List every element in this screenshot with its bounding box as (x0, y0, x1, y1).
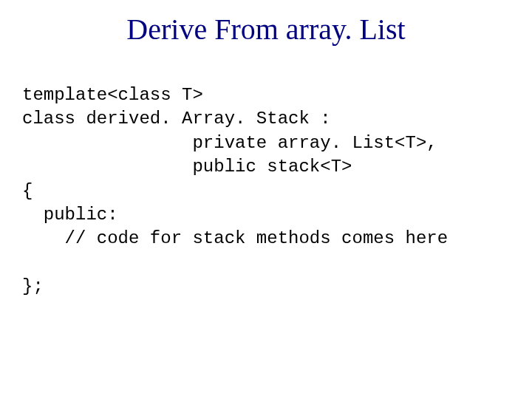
code-line: template<class T> (22, 85, 203, 105)
code-line: { (22, 181, 33, 201)
code-line: public stack<T> (22, 157, 352, 177)
code-line: public: (22, 205, 118, 225)
code-line: }; (22, 276, 44, 296)
code-line: private array. List<T>, (22, 133, 437, 153)
code-line: class derived. Array. Stack : (22, 109, 331, 129)
code-block: template<class T> class derived. Array. … (22, 83, 510, 299)
code-line: // code for stack methods comes here (22, 228, 448, 248)
slide: Derive From array. List template<class T… (0, 0, 532, 399)
slide-title: Derive From array. List (22, 12, 510, 47)
